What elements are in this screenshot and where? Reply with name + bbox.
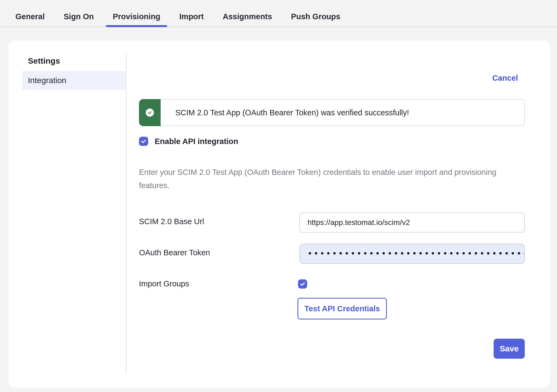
test-api-credentials-button[interactable]: Test API Credentials [297, 298, 387, 319]
enable-api-checkbox[interactable] [139, 137, 148, 146]
token-input[interactable]: ••••••••••••••••••••••••••••••••••••••••… [299, 244, 525, 264]
base-url-label: SCIM 2.0 Base Url [139, 217, 204, 226]
tab-assignments[interactable]: Assignments [223, 0, 272, 27]
sidebar-item-label: Integration [28, 76, 66, 85]
check-circle-icon [146, 109, 154, 117]
enable-api-label: Enable API integration [155, 137, 238, 146]
app-tab-bar: General Sign On Provisioning Import Assi… [0, 0, 557, 27]
base-url-input[interactable] [299, 213, 525, 233]
tab-provisioning[interactable]: Provisioning [113, 0, 160, 27]
success-banner-message: SCIM 2.0 Test App (OAuth Bearer Token) w… [161, 99, 525, 126]
success-banner-icon-block [139, 99, 161, 126]
token-masked-value: ••••••••••••••••••••••••••••••••••••••••… [307, 250, 525, 258]
tab-general[interactable]: General [15, 0, 45, 27]
success-banner: SCIM 2.0 Test App (OAuth Bearer Token) w… [139, 99, 525, 126]
save-button[interactable]: Save [494, 339, 525, 359]
tab-import[interactable]: Import [179, 0, 204, 27]
provisioning-panel: Settings Integration Cancel SCIM 2.0 Tes… [9, 41, 550, 388]
token-label: OAuth Bearer Token [139, 248, 210, 257]
tab-sign-on[interactable]: Sign On [64, 0, 94, 27]
sidebar-heading: Settings [28, 56, 60, 66]
sidebar-item-integration[interactable]: Integration [22, 71, 126, 90]
enable-api-row: Enable API integration [139, 137, 238, 146]
sidebar-divider [126, 54, 127, 374]
tab-push-groups[interactable]: Push Groups [291, 0, 340, 27]
cancel-link[interactable]: Cancel [492, 74, 518, 83]
import-groups-label: Import Groups [139, 279, 189, 289]
import-groups-checkbox[interactable] [298, 279, 307, 289]
credentials-description: Enter your SCIM 2.0 Test App (OAuth Bear… [139, 166, 525, 192]
